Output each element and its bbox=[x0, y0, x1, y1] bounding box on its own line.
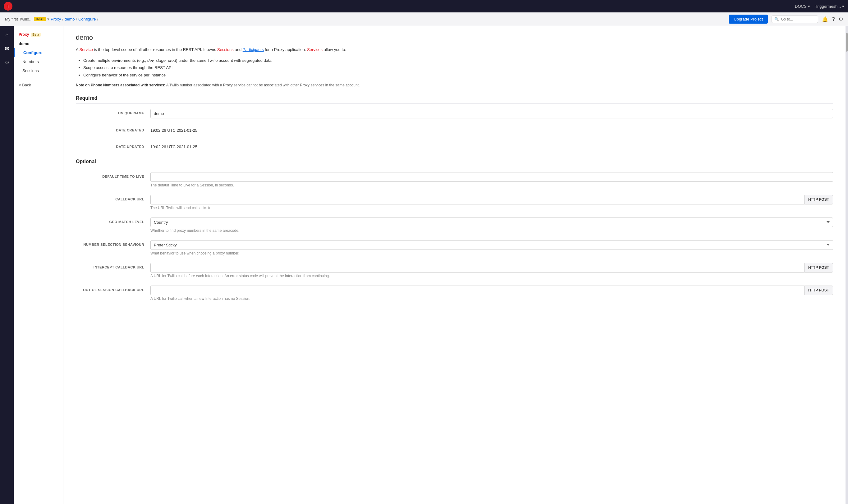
out-of-session-http-button[interactable]: HTTP POST bbox=[804, 286, 833, 295]
geo-match-select[interactable]: Country Area Code Extended Area Code bbox=[150, 217, 833, 227]
default-ttl-label: DEFAULT TIME TO LIVE bbox=[76, 172, 150, 178]
out-of-session-input-group: HTTP POST bbox=[150, 286, 833, 295]
nav-item-configure[interactable]: Configure bbox=[14, 48, 63, 57]
callback-url-http-button[interactable]: HTTP POST bbox=[804, 195, 833, 204]
bullet-3: Configure behavior of the service per in… bbox=[83, 71, 833, 78]
date-created-row: DATE CREATED 19:02:26 UTC 2021-01-25 bbox=[76, 126, 833, 135]
callback-url-input-group: HTTP POST bbox=[150, 195, 833, 204]
account-label: Triggermesh... bbox=[815, 4, 841, 9]
nav-proxy-label: Proxy bbox=[19, 32, 29, 37]
account-chevron: ▾ bbox=[842, 4, 844, 9]
search-input[interactable] bbox=[781, 17, 812, 21]
nav-item-numbers[interactable]: Numbers bbox=[14, 57, 63, 66]
date-updated-row: DATE UPDATED 19:02:26 UTC 2021-01-25 bbox=[76, 142, 833, 151]
out-of-session-label: OUT OF SESSION CALLBACK URL bbox=[76, 286, 150, 292]
upgrade-project-button[interactable]: Upgrade Project bbox=[729, 15, 768, 24]
nav-back-button[interactable]: < Back bbox=[14, 80, 63, 90]
date-created-label: DATE CREATED bbox=[76, 126, 150, 132]
twilio-logo: T bbox=[4, 2, 13, 11]
page-title: demo bbox=[76, 34, 833, 42]
unique-name-label: UNIQUE NAME bbox=[76, 109, 150, 115]
right-scrollbar[interactable] bbox=[846, 26, 848, 504]
nav-icons: 🔔 ? ⚙ bbox=[822, 16, 843, 22]
out-of-session-input[interactable] bbox=[150, 286, 804, 295]
default-ttl-row: DEFAULT TIME TO LIVE The default Time to… bbox=[76, 172, 833, 187]
default-ttl-field: The default Time to Live for a Session, … bbox=[150, 172, 833, 187]
nav-item-sessions[interactable]: Sessions bbox=[14, 66, 63, 75]
main-layout: ⌂ ✉ ⊙ Proxy Beta demo Configure Numbers … bbox=[0, 26, 848, 504]
callback-url-input[interactable] bbox=[150, 195, 804, 204]
date-updated-label: DATE UPDATED bbox=[76, 142, 150, 148]
question-icon[interactable]: ? bbox=[832, 16, 835, 22]
intercept-cb-input-group: HTTP POST bbox=[150, 263, 833, 272]
icon-sidebar: ⌂ ✉ ⊙ bbox=[0, 26, 14, 504]
nav-item-demo[interactable]: demo bbox=[14, 39, 63, 48]
callback-url-field: HTTP POST The URL Twilio will send callb… bbox=[150, 195, 833, 210]
search-icon: 🔍 bbox=[774, 17, 779, 21]
bullet-list: Create multiple environments (e.g., dev,… bbox=[76, 57, 833, 78]
desc-mid1: is the top-level scope of all other reso… bbox=[94, 47, 216, 52]
sidebar-dots-icon[interactable]: ⊙ bbox=[2, 57, 12, 67]
date-created-value: 19:02:26 UTC 2021-01-25 bbox=[150, 126, 833, 135]
date-created-field: 19:02:26 UTC 2021-01-25 bbox=[150, 126, 833, 135]
default-ttl-input[interactable] bbox=[150, 172, 833, 182]
sidebar-service-icon[interactable]: ✉ bbox=[2, 43, 12, 53]
intercept-cb-label: INTERCEPT CALLBACK URL bbox=[76, 263, 150, 269]
breadcrumb-proxy: Proxy bbox=[51, 17, 61, 21]
sidebar-home-icon[interactable]: ⌂ bbox=[2, 30, 12, 40]
unique-name-row: UNIQUE NAME bbox=[76, 109, 833, 119]
number-sel-help: What behavior to use when choosing a pro… bbox=[150, 251, 833, 255]
callback-url-label: CALLBACK URL bbox=[76, 195, 150, 201]
scroll-thumb bbox=[846, 33, 848, 52]
account-dropdown[interactable]: Triggermesh... ▾ bbox=[815, 4, 844, 9]
bullet-1: Create multiple environments (e.g., dev,… bbox=[83, 57, 833, 64]
breadcrumb-demo: demo bbox=[65, 17, 75, 21]
number-sel-row: NUMBER SELECTION BEHAVIOUR Prefer Sticky… bbox=[76, 240, 833, 255]
content-area: demo A Service is the top-level scope of… bbox=[64, 26, 846, 504]
number-sel-field: Prefer Sticky Avoid Sticky Round Robin W… bbox=[150, 240, 833, 255]
twilio-logo-icon: T bbox=[4, 2, 13, 11]
services-link[interactable]: Services bbox=[307, 47, 323, 52]
callback-url-row: CALLBACK URL HTTP POST The URL Twilio wi… bbox=[76, 195, 833, 210]
nav-numbers-label: Numbers bbox=[22, 59, 39, 64]
geo-match-row: GEO MATCH LEVEL Country Area Code Extend… bbox=[76, 217, 833, 233]
geo-match-help: Whether to find proxy numbers in the sam… bbox=[150, 228, 833, 233]
number-sel-select[interactable]: Prefer Sticky Avoid Sticky Round Robin bbox=[150, 240, 833, 250]
page-description: A Service is the top-level scope of all … bbox=[76, 47, 833, 53]
number-sel-label: NUMBER SELECTION BEHAVIOUR bbox=[76, 240, 150, 247]
unique-name-field bbox=[150, 109, 833, 119]
intercept-cb-input[interactable] bbox=[150, 263, 804, 272]
unique-name-input[interactable] bbox=[150, 109, 833, 119]
sessions-link[interactable]: Sessions bbox=[217, 47, 234, 52]
out-of-session-field: HTTP POST A URL for Twilio call when a n… bbox=[150, 286, 833, 301]
desc-and: and bbox=[235, 47, 241, 52]
docs-label: DOCS bbox=[795, 4, 807, 9]
bullet-2: Scope access to resources through the RE… bbox=[83, 64, 833, 71]
top-bar: T DOCS ▾ Triggermesh... ▾ bbox=[0, 0, 848, 13]
top-bar-left: T bbox=[4, 2, 13, 11]
geo-match-label: GEO MATCH LEVEL bbox=[76, 217, 150, 224]
nav-section-proxy: Proxy Beta bbox=[14, 31, 63, 39]
nav-configure-label: Configure bbox=[23, 50, 42, 55]
desc-intro: A bbox=[76, 47, 78, 52]
account-name-breadcrumb: My first Twilio... bbox=[5, 17, 33, 21]
service-link[interactable]: Service bbox=[79, 47, 93, 52]
desc-mid2: for a Proxy application. bbox=[265, 47, 306, 52]
date-updated-field: 19:02:26 UTC 2021-01-25 bbox=[150, 142, 833, 151]
note-label: Note on Phone Numbers associated with se… bbox=[76, 83, 165, 87]
phone-number-note: Note on Phone Numbers associated with se… bbox=[76, 82, 833, 88]
bell-icon[interactable]: 🔔 bbox=[822, 16, 828, 22]
logo-initial: T bbox=[7, 4, 10, 9]
intercept-cb-http-button[interactable]: HTTP POST bbox=[804, 263, 833, 272]
breadcrumb-sep1: ▾ bbox=[47, 17, 49, 21]
participants-link[interactable]: Participants bbox=[243, 47, 264, 52]
intercept-cb-help: A URL for Twilio call before each Intera… bbox=[150, 274, 833, 278]
nav-sessions-label: Sessions bbox=[22, 68, 39, 73]
callback-url-help: The URL Twilio will send callbacks to. bbox=[150, 206, 833, 210]
search-box[interactable]: 🔍 bbox=[772, 16, 818, 23]
docs-link[interactable]: DOCS ▾ bbox=[795, 4, 810, 9]
desc-end: allow you to: bbox=[324, 47, 346, 52]
breadcrumb-configure: Configure bbox=[78, 17, 96, 21]
settings-icon[interactable]: ⚙ bbox=[839, 16, 843, 22]
nav-demo-label: demo bbox=[19, 41, 30, 46]
